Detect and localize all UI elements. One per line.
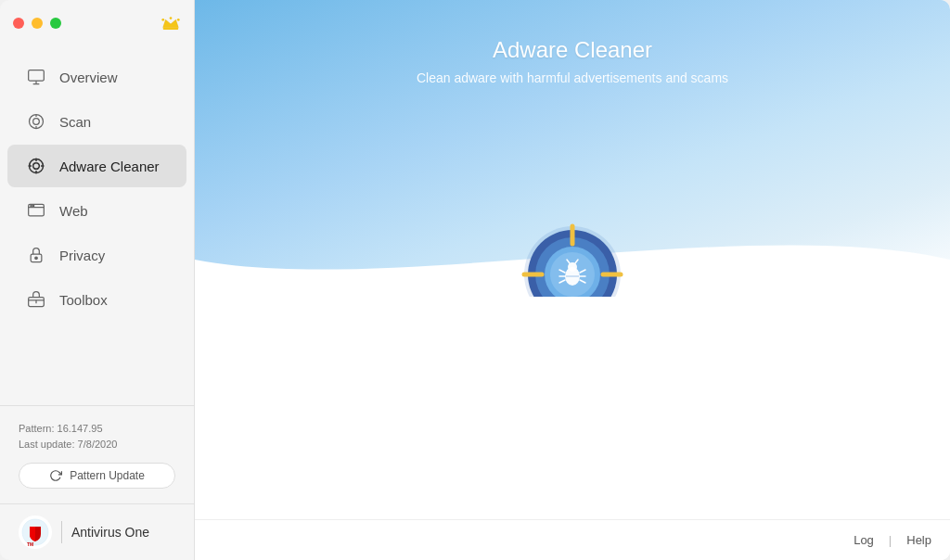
sidebar-item-label: Overview bbox=[59, 70, 118, 85]
crown-icon bbox=[160, 13, 181, 33]
brand-divider bbox=[61, 521, 62, 543]
minimize-button[interactable] bbox=[32, 18, 43, 29]
main-content: Adware Cleaner Clean adware with harmful… bbox=[195, 0, 950, 560]
log-link[interactable]: Log bbox=[854, 533, 874, 547]
monitor-icon bbox=[26, 67, 46, 87]
pattern-update-label: Pattern Update bbox=[70, 469, 145, 482]
sidebar-item-label: Adware Cleaner bbox=[59, 159, 160, 174]
sidebar-item-toolbox[interactable]: Toolbox bbox=[7, 278, 186, 321]
target-icon bbox=[26, 156, 46, 176]
sidebar-item-label: Scan bbox=[59, 114, 91, 130]
brand-logo-icon: TM bbox=[19, 515, 52, 549]
bottom-bar: Log | Help bbox=[195, 519, 950, 560]
svg-text:TM: TM bbox=[27, 541, 33, 547]
close-button[interactable] bbox=[13, 18, 24, 29]
hero-text: Adware Cleaner Clean adware with harmful… bbox=[195, 0, 950, 85]
pattern-update-button[interactable]: Pattern Update bbox=[19, 463, 175, 489]
brand-name: Antivirus One bbox=[71, 525, 149, 540]
sidebar-item-label: Toolbox bbox=[59, 292, 108, 308]
svg-point-22 bbox=[35, 257, 38, 260]
last-update: Last update: 7/8/2020 bbox=[19, 437, 175, 453]
nav-items: Overview Scan bbox=[0, 46, 194, 405]
sidebar-item-privacy[interactable]: Privacy bbox=[7, 234, 186, 276]
pattern-version: Pattern: 16.147.95 bbox=[19, 421, 175, 438]
scan-icon bbox=[26, 111, 46, 132]
brand-bar: TM Antivirus One bbox=[0, 503, 194, 560]
lower-area: Log | Help bbox=[195, 297, 950, 560]
svg-rect-4 bbox=[29, 70, 45, 82]
hero-subtitle: Clean adware with harmful advertisements… bbox=[195, 70, 950, 85]
hero-title: Adware Cleaner bbox=[195, 37, 950, 63]
privacy-icon bbox=[26, 245, 46, 265]
maximize-button[interactable] bbox=[50, 18, 61, 29]
titlebar bbox=[0, 0, 194, 46]
sidebar-item-scan[interactable]: Scan bbox=[7, 100, 186, 143]
svg-point-19 bbox=[31, 205, 32, 206]
svg-point-2 bbox=[170, 17, 173, 19]
sidebar-footer: Pattern: 16.147.95 Last update: 7/8/2020… bbox=[0, 405, 194, 503]
svg-point-20 bbox=[32, 205, 33, 206]
clean-now-area: Clean Now bbox=[521, 223, 623, 297]
svg-point-1 bbox=[161, 19, 164, 21]
sidebar-item-overview[interactable]: Overview bbox=[7, 56, 186, 98]
svg-rect-0 bbox=[163, 28, 179, 30]
toolbox-icon bbox=[26, 289, 46, 310]
sidebar-item-label: Web bbox=[59, 203, 88, 219]
svg-point-3 bbox=[177, 19, 180, 21]
pattern-info: Pattern: 16.147.95 Last update: 7/8/2020 bbox=[19, 421, 175, 453]
sidebar-item-web[interactable]: Web bbox=[7, 189, 186, 232]
bottom-separator: | bbox=[889, 533, 892, 547]
clean-now-icon[interactable] bbox=[521, 223, 623, 297]
svg-point-8 bbox=[33, 119, 40, 125]
help-link[interactable]: Help bbox=[906, 533, 931, 547]
refresh-icon bbox=[49, 469, 62, 482]
web-icon bbox=[26, 200, 46, 221]
sidebar-item-adware-cleaner[interactable]: Adware Cleaner bbox=[7, 145, 186, 187]
sidebar-item-label: Privacy bbox=[59, 248, 105, 263]
sidebar: Overview Scan bbox=[0, 0, 195, 560]
svg-point-12 bbox=[33, 163, 40, 170]
hero-area: Adware Cleaner Clean adware with harmful… bbox=[195, 0, 950, 297]
